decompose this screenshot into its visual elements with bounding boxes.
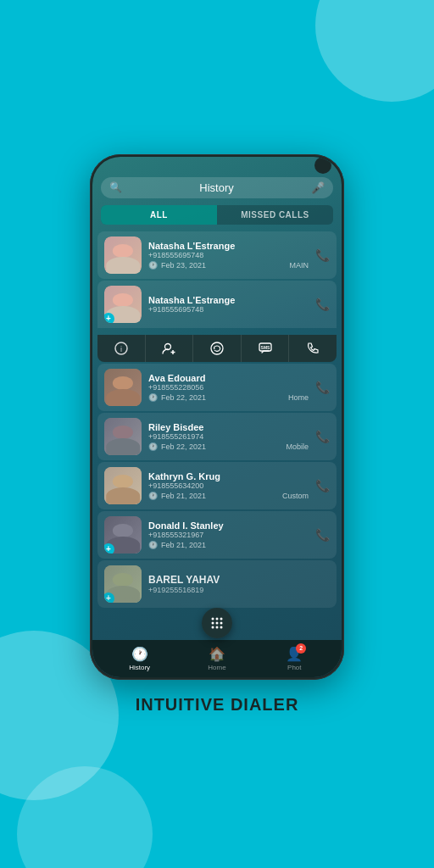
contact-row-expanded: + Natasha L'Estrange +918555695748 📞 i <box>97 281 337 362</box>
history-nav-label: History <box>129 664 150 671</box>
phone-frame: 🔍 History 🎤 ALL MISSED CALLS <box>90 154 344 680</box>
action-whatsapp[interactable] <box>193 335 242 362</box>
bottom-navigation: 🕐 History 🏠 Home 👤 2 Phot <box>92 640 342 677</box>
contact-row-2[interactable]: Ava Edouard +918555228056 🕐 Feb 22, 2021… <box>97 364 337 411</box>
svg-point-16 <box>220 626 223 628</box>
svg-text:SMS: SMS <box>260 345 270 350</box>
action-bar: i <box>97 335 337 362</box>
contact-phone-exp: +918555695748 <box>148 305 309 314</box>
svg-point-5 <box>211 342 223 354</box>
avatar-expanded: + <box>104 286 142 323</box>
contacts-badge: 2 <box>296 643 306 654</box>
clock-icon-1: 🕐 <box>148 261 158 270</box>
svg-point-15 <box>216 626 219 628</box>
contact-date-3: Feb 22, 2021 <box>161 442 206 451</box>
contact-info-3: Riley Bisdee +918555261974 🕐 Feb 22, 202… <box>148 422 309 451</box>
svg-point-10 <box>220 617 223 620</box>
contact-info-6: BAREL YAHAV +919255516819 <box>148 574 330 594</box>
phone-screen: 🔍 History 🎤 ALL MISSED CALLS <box>92 157 342 677</box>
contact-type-1: MAIN <box>290 261 309 270</box>
clock-icon-2: 🕐 <box>148 393 158 402</box>
camera-icon <box>314 157 331 174</box>
search-bar[interactable]: 🔍 History 🎤 <box>101 177 333 198</box>
contact-phone-2: +918555228056 <box>148 383 309 392</box>
call-button-5[interactable]: 📞 <box>315 528 330 542</box>
contact-type-2: Home <box>288 393 309 402</box>
avatar-3 <box>104 418 142 455</box>
clock-icon-4: 🕐 <box>148 492 158 500</box>
action-call-exp[interactable] <box>289 335 337 362</box>
contact-name-4: Kathryn G. Krug <box>148 471 309 481</box>
svg-point-9 <box>216 617 219 620</box>
svg-point-14 <box>212 626 214 628</box>
contact-name-1: Natasha L'Estrange <box>148 241 309 251</box>
call-button-1[interactable]: 📞 <box>315 248 330 262</box>
call-button-2[interactable]: 📞 <box>315 381 330 394</box>
call-button-exp[interactable]: 📞 <box>315 298 330 311</box>
contact-row-1[interactable]: Natasha L'Estrange +918555695748 🕐 Feb 2… <box>97 231 337 279</box>
svg-point-12 <box>216 621 219 624</box>
svg-point-8 <box>212 617 214 620</box>
home-nav-icon: 🏠 <box>209 646 225 662</box>
action-sms[interactable]: SMS <box>242 335 290 362</box>
avatar-2 <box>104 369 142 406</box>
avatar-6: + <box>104 565 142 603</box>
clock-icon-3: 🕐 <box>148 442 158 451</box>
svg-point-11 <box>212 621 214 624</box>
contact-row-6[interactable]: + BAREL YAHAV +919255516819 <box>97 560 337 608</box>
contact-name-exp: Natasha L'Estrange <box>148 295 309 305</box>
contact-date-4: Feb 21, 2021 <box>161 492 206 500</box>
search-icon: 🔍 <box>109 181 122 193</box>
clock-icon-5: 🕐 <box>148 541 158 549</box>
contact-phone-3: +918555261974 <box>148 432 309 441</box>
contact-type-4: Custom <box>282 492 309 500</box>
contact-name-3: Riley Bisdee <box>148 422 309 432</box>
contact-name-5: Donald I. Stanley <box>148 520 309 531</box>
contact-phone-4: +918555634200 <box>148 481 309 490</box>
avatar-5: + <box>104 516 142 554</box>
contact-name-6: BAREL YAHAV <box>148 574 330 586</box>
contact-phone-6: +919255516819 <box>148 586 330 594</box>
status-bar <box>92 157 342 174</box>
action-add-contact[interactable] <box>146 335 194 362</box>
expanded-top[interactable]: + Natasha L'Estrange +918555695748 📞 <box>97 281 337 328</box>
contact-name-2: Ava Edouard <box>148 373 309 383</box>
contact-date-2: Feb 22, 2021 <box>161 393 206 402</box>
nav-item-history[interactable]: 🕐 History <box>101 646 178 671</box>
contact-info-4: Kathryn G. Krug +918555634200 🕐 Feb 21, … <box>148 471 309 500</box>
history-nav-icon: 🕐 <box>131 646 148 662</box>
contact-info-exp: Natasha L'Estrange +918555695748 <box>148 295 309 314</box>
call-button-3[interactable]: 📞 <box>315 430 330 443</box>
fab-button[interactable] <box>202 608 232 638</box>
contact-list: Natasha L'Estrange +918555695748 🕐 Feb 2… <box>92 231 342 608</box>
tab-missed-calls[interactable]: MISSED CALLS <box>217 205 333 225</box>
home-nav-label: Home <box>208 664 225 671</box>
contact-info-5: Donald I. Stanley +918555321967 🕐 Feb 21… <box>148 520 309 549</box>
contact-info-1: Natasha L'Estrange +918555695748 🕐 Feb 2… <box>148 241 309 270</box>
contact-row-4[interactable]: Kathryn G. Krug +918555634200 🕐 Feb 21, … <box>97 462 337 509</box>
bg-decoration-top <box>315 0 434 102</box>
contact-date-5: Feb 21, 2021 <box>161 541 206 549</box>
contact-phone-1: +918555695748 <box>148 251 309 259</box>
contact-phone-5: +918555321967 <box>148 531 309 539</box>
search-label: History <box>127 181 306 194</box>
dialer-fab[interactable] <box>92 608 342 638</box>
app-title: INTUITIVE DIALER <box>136 695 299 715</box>
avatar-1 <box>104 236 142 274</box>
svg-point-13 <box>220 621 223 624</box>
svg-text:i: i <box>120 345 122 353</box>
tab-bar: ALL MISSED CALLS <box>101 205 333 225</box>
contact-row-5[interactable]: + Donald I. Stanley +918555321967 🕐 Feb … <box>97 511 337 559</box>
nav-item-home[interactable]: 🏠 Home <box>178 646 255 671</box>
contact-row-3[interactable]: Riley Bisdee +918555261974 🕐 Feb 22, 202… <box>97 413 337 460</box>
contact-date-1: Feb 23, 2021 <box>161 261 206 270</box>
nav-item-contacts[interactable]: 👤 2 Phot <box>256 646 333 671</box>
contacts-nav-label: Phot <box>287 664 301 671</box>
tab-all[interactable]: ALL <box>101 205 217 225</box>
contact-type-3: Mobile <box>286 442 309 451</box>
action-info[interactable]: i <box>97 335 146 362</box>
mic-icon[interactable]: 🎤 <box>311 181 325 194</box>
call-button-4[interactable]: 📞 <box>315 479 330 492</box>
contact-info-2: Ava Edouard +918555228056 🕐 Feb 22, 2021… <box>148 373 309 402</box>
avatar-4 <box>104 467 142 504</box>
